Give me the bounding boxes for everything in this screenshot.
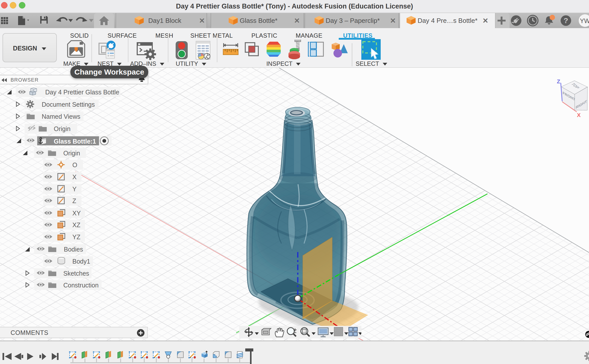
svg-text:Z: Z — [557, 78, 560, 85]
svg-text:Origin: Origin — [63, 150, 80, 157]
svg-text:YW: YW — [580, 17, 589, 24]
svg-text:Named Views: Named Views — [42, 113, 80, 120]
svg-text:Day 4 Prettier Glass Bottle: Day 4 Prettier Glass Bottle — [45, 89, 119, 96]
svg-text:X: X — [577, 112, 581, 118]
svg-text:O: O — [72, 161, 77, 168]
svg-text:Bodies: Bodies — [64, 246, 83, 253]
svg-text:XY: XY — [72, 210, 81, 217]
svg-text:?: ? — [564, 16, 568, 25]
svg-text:Body1: Body1 — [72, 258, 90, 265]
svg-text:Y: Y — [72, 186, 77, 193]
svg-text:Construction: Construction — [63, 282, 99, 289]
svg-text:XZ: XZ — [72, 221, 80, 228]
svg-text:YZ: YZ — [72, 233, 80, 240]
svg-text:X: X — [72, 173, 77, 180]
svg-text:Sketches: Sketches — [63, 270, 89, 277]
svg-text:Z: Z — [72, 197, 76, 204]
svg-text:Origin: Origin — [54, 125, 71, 132]
svg-text:Document Settings: Document Settings — [42, 101, 95, 108]
svg-text:Glass Bottle:1: Glass Bottle:1 — [54, 138, 96, 145]
